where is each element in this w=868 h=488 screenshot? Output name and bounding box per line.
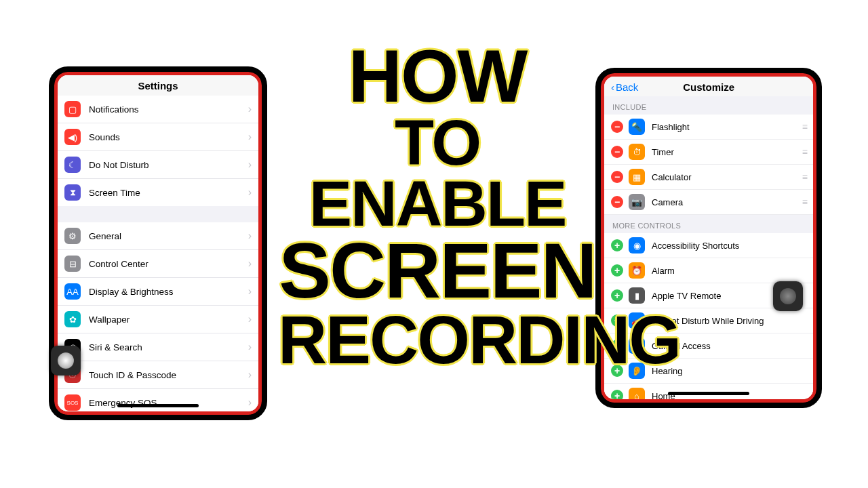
controlcenter-icon: ⊟ — [64, 256, 81, 272]
settings-row-label: Sounds — [89, 132, 248, 142]
assistivetouch-icon[interactable] — [773, 281, 803, 311]
control-row-timer[interactable]: −⏱Timer≡ — [604, 140, 813, 165]
settings-section-divider — [58, 206, 258, 222]
settings-phone-inner: Settings ▢Notifications›◀)Sounds›☾Do Not… — [54, 72, 262, 415]
sounds-icon: ◀) — [64, 129, 81, 145]
control-row-label: Accessibility Shortcuts — [652, 241, 806, 251]
settings-row-label: Display & Brightness — [89, 287, 248, 297]
settings-row-label: Touch ID & Passcode — [89, 370, 248, 380]
general-icon: ⚙ — [64, 228, 81, 244]
drag-handle-icon[interactable]: ≡ — [802, 171, 806, 182]
chevron-right-icon: › — [248, 396, 252, 409]
assistivetouch-icon[interactable] — [51, 346, 81, 375]
control-row-flashlight[interactable]: −🔦Flashlight≡ — [604, 115, 813, 140]
settings-row-label: General — [89, 231, 248, 241]
control-row-camera[interactable]: −📷Camera≡ — [604, 190, 813, 215]
remove-button[interactable]: − — [611, 146, 623, 158]
timer-icon: ⏱ — [629, 144, 645, 160]
display-icon: AA — [64, 283, 81, 300]
customize-nav: ‹ Back Customize — [604, 77, 813, 96]
settings-row-screen-time[interactable]: ⧗Screen Time› — [58, 179, 258, 206]
title-line-2: TO ENABLE — [278, 112, 597, 235]
a11y-icon: ◉ — [629, 237, 645, 253]
settings-row-siri-search[interactable]: ◉Siri & Search› — [58, 333, 258, 361]
settings-row-label: Screen Time — [89, 188, 248, 198]
notif-icon: ▢ — [64, 101, 81, 117]
add-button[interactable]: + — [611, 390, 623, 399]
customize-title: Customize — [611, 81, 806, 93]
remove-button[interactable]: − — [611, 171, 623, 183]
alarm-icon: ⏰ — [629, 262, 645, 279]
chevron-right-icon: › — [248, 103, 252, 115]
drag-handle-icon[interactable]: ≡ — [802, 146, 806, 157]
drag-handle-icon[interactable]: ≡ — [802, 197, 806, 207]
control-row-label: Flashlight — [652, 122, 802, 132]
chevron-right-icon: › — [248, 285, 252, 298]
add-button[interactable]: + — [611, 239, 623, 251]
remove-button[interactable]: − — [611, 196, 623, 208]
thumbnail-title: HOW TO ENABLE SCREEN RECORDING — [278, 41, 597, 372]
more-header: MORE CONTROLS — [604, 215, 813, 233]
settings-row-touch-id-passcode[interactable]: ☉Touch ID & Passcode› — [58, 361, 258, 389]
control-row-label: Camera — [652, 197, 802, 207]
home-icon: ⌂ — [629, 388, 645, 399]
drag-handle-icon[interactable]: ≡ — [802, 121, 806, 132]
control-row-calculator[interactable]: −▦Calculator≡ — [604, 165, 813, 190]
settings-row-emergency-sos[interactable]: SOSEmergency SOS› — [58, 389, 258, 411]
settings-row-display-brightness[interactable]: AADisplay & Brightness› — [58, 278, 258, 306]
chevron-right-icon: › — [248, 186, 252, 199]
chevron-right-icon: › — [248, 369, 252, 381]
wallpaper-icon: ✿ — [64, 311, 81, 327]
title-line-4: RECORDING — [278, 308, 597, 372]
settings-row-label: Wallpaper — [89, 314, 248, 325]
flashlight-icon: 🔦 — [629, 119, 645, 135]
chevron-right-icon: › — [248, 131, 252, 143]
add-button[interactable]: + — [611, 289, 623, 302]
settings-screen: Settings ▢Notifications›◀)Sounds›☾Do Not… — [58, 75, 258, 411]
dnd-icon: ☾ — [64, 157, 81, 173]
settings-row-do-not-disturb[interactable]: ☾Do Not Disturb› — [58, 151, 258, 179]
settings-row-sounds[interactable]: ◀)Sounds› — [58, 123, 258, 151]
include-header: INCLUDE — [604, 96, 813, 115]
chevron-right-icon: › — [248, 230, 252, 242]
settings-phone-frame: Settings ▢Notifications›◀)Sounds›☾Do Not… — [49, 66, 267, 420]
settings-title: Settings — [58, 75, 258, 96]
control-row-label: Alarm — [652, 266, 806, 276]
chevron-right-icon: › — [248, 313, 252, 325]
control-row-label: Timer — [652, 147, 802, 157]
chevron-right-icon: › — [248, 258, 252, 270]
home-indicator[interactable] — [668, 392, 749, 395]
title-line-1: HOW — [278, 41, 597, 112]
control-row-label: Calculator — [652, 172, 802, 182]
settings-row-label: Do Not Disturb — [89, 160, 248, 170]
settings-row-label: Siri & Search — [89, 342, 248, 352]
settings-row-wallpaper[interactable]: ✿Wallpaper› — [58, 306, 258, 333]
control-row-accessibility-shortcuts[interactable]: +◉Accessibility Shortcuts — [604, 233, 813, 258]
chevron-right-icon: › — [248, 159, 252, 171]
settings-row-general[interactable]: ⚙General› — [58, 222, 258, 250]
screentime-icon: ⧗ — [64, 184, 81, 201]
home-indicator[interactable] — [117, 404, 199, 407]
add-button[interactable]: + — [611, 264, 623, 277]
settings-row-label: Notifications — [89, 104, 248, 115]
settings-row-control-center[interactable]: ⊟Control Center› — [58, 250, 258, 278]
settings-row-label: Control Center — [89, 259, 248, 269]
control-row-alarm[interactable]: +⏰Alarm — [604, 258, 813, 283]
camera-icon: 📷 — [629, 194, 645, 210]
remove-button[interactable]: − — [611, 121, 623, 133]
title-line-3: SCREEN — [278, 234, 597, 308]
settings-row-notifications[interactable]: ▢Notifications› — [58, 96, 258, 123]
chevron-right-icon: › — [248, 341, 252, 353]
sos-icon: SOS — [64, 394, 81, 411]
calculator-icon: ▦ — [629, 169, 645, 185]
